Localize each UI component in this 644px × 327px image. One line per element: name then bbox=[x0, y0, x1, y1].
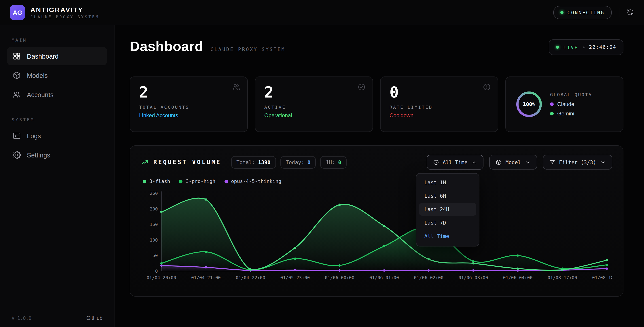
time-range-control: All Time Last 1H Last 6H Last 24H Last 7… bbox=[427, 155, 484, 170]
clock-icon bbox=[433, 159, 439, 165]
sidebar: MAIN Dashboard Models Accounts SYSTEM bbox=[0, 25, 114, 327]
chart-controls: All Time Last 1H Last 6H Last 24H Last 7… bbox=[427, 155, 612, 170]
svg-text:200: 200 bbox=[150, 206, 158, 212]
stat-card-rate-limited: 0 RATE LIMITED Cooldown bbox=[380, 76, 498, 132]
claude-dot bbox=[550, 102, 554, 106]
app-subtitle: CLAUDE PROXY SYSTEM bbox=[30, 14, 99, 19]
live-label: LIVE bbox=[563, 44, 578, 50]
legend-item-opus-4-5-thinking: opus-4-5-thinking bbox=[224, 178, 281, 184]
time-range-button[interactable]: All Time bbox=[427, 155, 484, 170]
alert-circle-icon bbox=[482, 83, 491, 93]
sidebar-item-label: Models bbox=[27, 72, 48, 79]
stat-subtext: Cooldown bbox=[390, 112, 489, 118]
svg-text:01/06 00:00: 01/06 00:00 bbox=[325, 275, 354, 280]
chip-value: 1390 bbox=[258, 159, 270, 165]
stat-subtext: Linked Accounts bbox=[139, 112, 238, 118]
sidebar-item-logs[interactable]: Logs bbox=[7, 126, 107, 145]
live-dot bbox=[556, 46, 559, 49]
refresh-button[interactable] bbox=[626, 8, 634, 16]
quota-legend-label: Gemini bbox=[557, 110, 574, 116]
chip-1h: 1H: 0 bbox=[320, 156, 346, 168]
sidebar-section-system: SYSTEM bbox=[7, 117, 107, 122]
separator-dot bbox=[583, 46, 584, 48]
check-circle-icon bbox=[357, 83, 366, 93]
svg-text:100: 100 bbox=[150, 237, 158, 243]
legend-dot bbox=[179, 180, 183, 183]
dropdown-item-last-7d[interactable]: Last 7D bbox=[419, 216, 476, 229]
svg-text:0: 0 bbox=[155, 268, 158, 274]
request-volume-card: REQUEST VOLUME Total: 1390 Today: 0 1H: … bbox=[130, 146, 624, 296]
legend-dot bbox=[143, 180, 146, 183]
app-version: V 1.0.0 bbox=[12, 315, 32, 321]
sidebar-item-label: Logs bbox=[27, 132, 41, 139]
legend-label: 3-pro-high bbox=[186, 178, 215, 184]
app-logo: AG bbox=[10, 5, 25, 20]
page-title: Dashboard bbox=[130, 38, 203, 54]
chip-today: Today: 0 bbox=[280, 156, 316, 168]
svg-text:01/06 03:00: 01/06 03:00 bbox=[458, 275, 488, 280]
connection-status-label: CONNECTING bbox=[568, 10, 605, 15]
chevron-down-icon bbox=[524, 159, 531, 165]
connection-status-pill[interactable]: CONNECTING bbox=[553, 6, 612, 19]
dropdown-item-last-6h[interactable]: Last 6H bbox=[419, 190, 476, 202]
model-filter-button[interactable]: Model bbox=[490, 155, 537, 170]
app-brand[interactable]: AG ANTIGRAVITY CLAUDE PROXY SYSTEM bbox=[10, 5, 99, 20]
app-title: ANTIGRAVITY bbox=[30, 6, 99, 13]
chart-header: REQUEST VOLUME Total: 1390 Today: 0 1H: … bbox=[141, 155, 612, 170]
terminal-icon bbox=[12, 132, 21, 140]
quota-legend: Claude Gemini bbox=[550, 101, 592, 116]
svg-text:250: 250 bbox=[150, 190, 158, 196]
gemini-dot bbox=[550, 112, 554, 115]
stat-cards: 2 TOTAL ACCOUNTS Linked Accounts 2 ACTIV… bbox=[130, 76, 624, 132]
trending-up-icon bbox=[141, 158, 149, 166]
page-subtitle: CLAUDE PROXY SYSTEM bbox=[210, 46, 285, 52]
users-icon bbox=[12, 90, 21, 99]
app-logo-text: AG bbox=[13, 9, 22, 16]
stat-value: 0 bbox=[390, 84, 489, 101]
filter-label: Filter (3/3) bbox=[559, 159, 596, 165]
svg-text:01/04 22:00: 01/04 22:00 bbox=[236, 275, 265, 280]
stat-subtext: Operational bbox=[264, 112, 364, 118]
legend-item-3-flash: 3-flash bbox=[143, 178, 170, 184]
users-icon bbox=[232, 83, 240, 93]
cube-icon bbox=[496, 159, 502, 165]
dropdown-item-last-24h[interactable]: Last 24H bbox=[419, 203, 476, 216]
stat-value: 2 bbox=[264, 84, 364, 101]
sidebar-item-label: Dashboard bbox=[27, 52, 58, 60]
sidebar-item-settings[interactable]: Settings bbox=[7, 146, 107, 164]
svg-text:01/08 17:00: 01/08 17:00 bbox=[548, 275, 577, 280]
filter-button[interactable]: Filter (3/3) bbox=[543, 155, 612, 170]
funnel-icon bbox=[549, 159, 556, 165]
stat-card-total-accounts: 2 TOTAL ACCOUNTS Linked Accounts bbox=[130, 76, 248, 132]
model-filter-label: Model bbox=[506, 159, 521, 165]
chevron-down-icon bbox=[600, 159, 606, 165]
chip-label: Total: bbox=[236, 159, 255, 165]
chip-label: 1H: bbox=[326, 159, 335, 165]
stat-label: ACTIVE bbox=[264, 105, 364, 110]
legend-item-3-pro-high: 3-pro-high bbox=[179, 178, 215, 184]
page-header: Dashboard CLAUDE PROXY SYSTEM LIVE 22:46… bbox=[130, 38, 624, 55]
top-header: AG ANTIGRAVITY CLAUDE PROXY SYSTEM CONNE… bbox=[0, 0, 644, 25]
svg-text:01/06 04:00: 01/06 04:00 bbox=[503, 275, 533, 280]
refresh-icon bbox=[626, 8, 634, 16]
svg-text:01/04 20:00: 01/04 20:00 bbox=[147, 275, 176, 280]
topbar-actions: CONNECTING bbox=[553, 6, 634, 19]
stat-label: TOTAL ACCOUNTS bbox=[139, 105, 238, 110]
time-range-label: All Time bbox=[443, 159, 468, 165]
stat-card-active: 2 ACTIVE Operational bbox=[255, 76, 373, 132]
request-volume-chart: 05010015020025001/04 20:0001/04 21:0001/… bbox=[141, 189, 612, 283]
live-clock: 22:46:04 bbox=[589, 44, 616, 50]
dropdown-item-all-time[interactable]: All Time bbox=[419, 230, 476, 242]
sidebar-item-accounts[interactable]: Accounts bbox=[7, 86, 107, 104]
svg-text:50: 50 bbox=[152, 253, 158, 258]
sidebar-item-models[interactable]: Models bbox=[7, 66, 107, 84]
chart-legend: 3-flash 3-pro-high opus-4-5-thinking bbox=[141, 178, 612, 184]
sidebar-item-dashboard[interactable]: Dashboard bbox=[7, 47, 107, 65]
quota-ring: 100% bbox=[515, 90, 544, 118]
github-link[interactable]: GitHub bbox=[86, 315, 102, 321]
svg-text:01/04 21:00: 01/04 21:00 bbox=[191, 275, 221, 280]
cube-icon bbox=[12, 71, 21, 80]
dropdown-item-last-1h[interactable]: Last 1H bbox=[419, 176, 476, 189]
sidebar-item-label: Accounts bbox=[27, 91, 54, 98]
sidebar-section-main: MAIN bbox=[7, 38, 107, 42]
